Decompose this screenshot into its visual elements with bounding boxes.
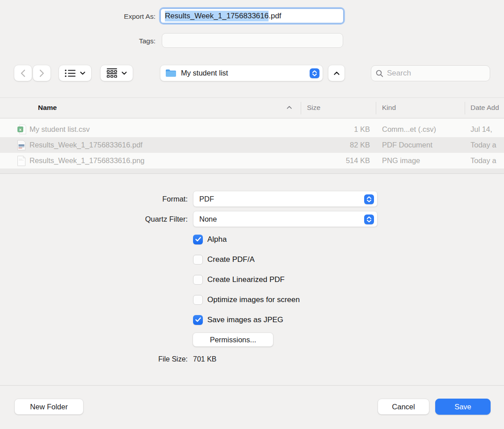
- column-header-kind[interactable]: Kind: [382, 104, 396, 112]
- collapse-panel-button[interactable]: [328, 65, 345, 81]
- checkbox-label: Create PDF/A: [207, 255, 255, 264]
- file-date-added: Today a: [470, 141, 504, 149]
- column-header-date-added[interactable]: Date Add: [470, 104, 504, 112]
- checkbox-box: [193, 315, 203, 325]
- create-pdfa-checkbox[interactable]: Create PDF/A: [193, 254, 255, 265]
- export-dialog: Export As: Results_Week_1_1756833616.pdf…: [0, 0, 504, 429]
- file-size: 1 KB: [294, 125, 370, 134]
- file-size: 82 KB: [294, 141, 370, 149]
- file-size-label: File Size:: [0, 355, 188, 363]
- checkbox-box: [193, 235, 203, 244]
- checkbox-label: Create Linearized PDF: [207, 275, 285, 284]
- group-view-button[interactable]: [100, 65, 133, 81]
- file-size-value: 701 KB: [193, 355, 216, 363]
- list-view-icon: [65, 69, 76, 77]
- png-file-icon: [17, 156, 27, 166]
- checkbox-label: Alpha: [207, 235, 227, 244]
- quartz-filter-dropdown[interactable]: None: [193, 211, 378, 227]
- file-kind: PDF Document: [382, 141, 462, 149]
- export-as-field[interactable]: Results_Week_1_1756833616.pdf: [159, 7, 345, 25]
- checkbox-label: Optimize images for screen: [207, 295, 300, 304]
- file-date-added: Jul 14,: [470, 125, 504, 134]
- new-folder-button[interactable]: New Folder: [14, 399, 84, 415]
- checkbox-box: [193, 255, 203, 265]
- filename-selected-text: Results_Week_1_1756833616: [165, 11, 269, 21]
- quartz-filter-dropdown-value: None: [199, 215, 217, 223]
- cancel-button[interactable]: Cancel: [378, 399, 429, 415]
- column-divider: [301, 102, 301, 114]
- column-header-size[interactable]: Size: [307, 104, 320, 112]
- group-view-icon: [106, 68, 118, 78]
- folder-icon: [165, 69, 176, 77]
- column-divider: [465, 102, 465, 114]
- back-button[interactable]: [14, 65, 32, 81]
- chevron-left-icon: [21, 69, 25, 77]
- chevron-down-icon: [80, 72, 85, 75]
- checkmark-icon: [195, 317, 201, 322]
- chevron-right-icon: [39, 69, 44, 77]
- file-row-csv[interactable]: a, x My student list.csv 1 KB Comm...et …: [0, 122, 504, 137]
- export-as-label: Export As:: [0, 13, 155, 21]
- save-button[interactable]: Save: [435, 399, 491, 415]
- format-dropdown-value: PDF: [199, 195, 214, 203]
- csv-file-icon: a, x: [17, 124, 27, 135]
- search-icon: [376, 70, 383, 77]
- file-kind: PNG image: [382, 156, 462, 165]
- create-linearized-pdf-checkbox[interactable]: Create Linearized PDF: [193, 274, 285, 285]
- stepper-icon: [310, 68, 319, 78]
- file-row-pdf[interactable]: Results_Week_1_1756833616.pdf 82 KB PDF …: [0, 137, 504, 153]
- search-input[interactable]: Search: [371, 65, 490, 81]
- file-date-added: Today a: [470, 156, 504, 165]
- empty-row-stripe: [0, 168, 504, 174]
- format-label: Format:: [0, 195, 188, 203]
- format-dropdown[interactable]: PDF: [193, 191, 378, 207]
- sort-ascending-icon: [286, 105, 292, 109]
- footer-divider: [0, 385, 504, 386]
- filename-extension-text: .pdf: [269, 12, 281, 21]
- checkbox-label: Save images as JPEG: [207, 315, 283, 324]
- file-table-header: Name Size Kind Date Add: [0, 97, 504, 118]
- checkmark-icon: [195, 237, 201, 242]
- file-list: a, x My student list.csv 1 KB Comm...et …: [0, 118, 504, 174]
- location-dropdown-value: My student list: [181, 69, 228, 77]
- file-size: 514 KB: [294, 156, 370, 165]
- column-header-name[interactable]: Name: [38, 104, 57, 112]
- chevron-down-icon: [122, 72, 127, 75]
- save-images-jpeg-checkbox[interactable]: Save images as JPEG: [193, 315, 283, 325]
- pdf-file-icon: [17, 140, 27, 151]
- checkbox-box: [193, 275, 203, 285]
- file-name: My student list.csv: [29, 125, 90, 134]
- svg-text:x: x: [19, 127, 22, 132]
- quartz-filter-label: Quartz Filter:: [0, 215, 188, 223]
- permissions-button[interactable]: Permissions...: [193, 332, 273, 347]
- location-dropdown[interactable]: My student list: [160, 65, 323, 81]
- file-kind: Comm...et (.csv): [382, 125, 462, 134]
- file-row-png[interactable]: Results_Week_1_1756833616.png 514 KB PNG…: [0, 153, 504, 168]
- column-divider: [376, 102, 376, 114]
- stepper-icon: [364, 194, 374, 204]
- list-view-button[interactable]: [59, 65, 92, 81]
- search-placeholder: Search: [387, 69, 411, 78]
- tags-label: Tags:: [0, 37, 155, 45]
- forward-button[interactable]: [33, 65, 51, 81]
- tags-input[interactable]: [162, 33, 343, 48]
- checkbox-box: [193, 295, 203, 305]
- optimize-images-checkbox[interactable]: Optimize images for screen: [193, 294, 300, 305]
- file-name: Results_Week_1_1756833616.pdf: [29, 141, 143, 149]
- stepper-icon: [364, 214, 374, 224]
- alpha-checkbox[interactable]: Alpha: [193, 234, 227, 244]
- file-name: Results_Week_1_1756833616.png: [29, 156, 144, 165]
- chevron-up-icon: [334, 72, 340, 75]
